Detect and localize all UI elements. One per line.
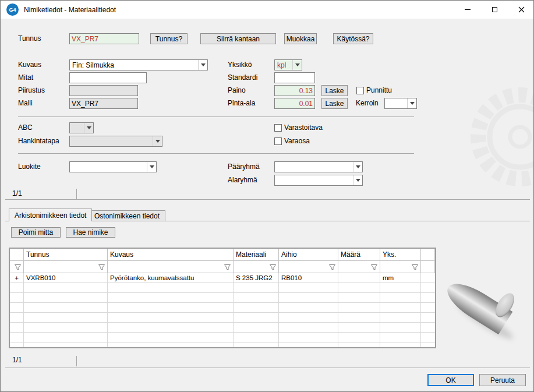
varaosa-label: Varaosa	[284, 136, 310, 147]
mitat-input[interactable]	[69, 72, 147, 83]
poimi-mitta-button[interactable]: Poimi mitta	[11, 227, 61, 238]
chevron-down-icon	[84, 123, 93, 133]
standardi-label: Standardi	[228, 72, 257, 83]
kaytossa-button[interactable]: Käytössä?	[333, 33, 373, 44]
alaryhma-label: Alaryhmä	[228, 175, 257, 186]
grid-col-maara[interactable]: Määrä	[338, 249, 380, 261]
grid-empty-row	[10, 342, 435, 348]
separator	[5, 199, 530, 200]
cell-kuvaus: Pyörötanko, kuumavalssattu	[108, 273, 234, 283]
ok-button[interactable]: OK	[427, 374, 474, 386]
filter-cell[interactable]	[380, 261, 421, 273]
kerroin-combo[interactable]	[384, 98, 417, 109]
grid-col-aihio[interactable]: Aihio	[279, 249, 338, 261]
filter-cell-spare	[421, 261, 435, 273]
varaosa-checkbox[interactable]	[274, 137, 282, 145]
maximize-icon	[492, 7, 497, 12]
chevron-down-icon	[153, 136, 162, 146]
piirustus-input[interactable]	[69, 85, 138, 96]
chevron-down-icon	[353, 175, 362, 185]
gear-watermark-image	[433, 72, 534, 206]
grid-col-expander[interactable]	[10, 249, 24, 261]
grid-col-materiaali[interactable]: Materiaali	[234, 249, 279, 261]
luokite-combo[interactable]	[69, 161, 157, 172]
material-grid: Tunnus Kuvaus Materiaali Aihio Määrä Yks…	[9, 248, 436, 348]
standardi-input[interactable]	[274, 72, 315, 83]
alaryhma-combo[interactable]	[274, 175, 363, 186]
separator	[18, 153, 414, 154]
punnittu-checkbox[interactable]	[356, 87, 364, 94]
window-title: Nimiketiedot - Materiaalitiedot	[24, 1, 116, 19]
mitat-label: Mitat	[18, 72, 33, 83]
kerroin-label: Kerroin	[356, 98, 379, 109]
minimize-icon	[465, 9, 471, 10]
tab-arkistonimikkeen-tiedot[interactable]: Arkistonimikkeen tiedot	[9, 209, 92, 221]
hankintatapa-combo[interactable]	[69, 136, 162, 147]
kuvaus-combo-value: Fin: Silmukka	[70, 61, 198, 69]
filter-cell[interactable]	[338, 261, 380, 273]
grid-row[interactable]: + VXRB010 Pyörötanko, kuumavalssattu S 2…	[10, 273, 435, 283]
kuvaus-label: Kuvaus	[18, 59, 41, 70]
grid-empty-row	[10, 303, 435, 313]
malli-input[interactable]	[69, 98, 138, 109]
luokite-label: Luokite	[18, 161, 41, 172]
filter-cell[interactable]	[279, 261, 338, 273]
filter-cell[interactable]	[234, 261, 279, 273]
cell-aihio: RB010	[279, 273, 338, 283]
paaryhma-combo[interactable]	[274, 161, 363, 172]
filter-cell[interactable]	[10, 261, 24, 273]
app-icon: G4	[6, 3, 19, 16]
filter-cell[interactable]	[24, 261, 108, 273]
kuvaus-combo[interactable]: Fin: Silmukka	[69, 59, 208, 70]
punnittu-label: Punnittu	[366, 85, 392, 96]
row-expander[interactable]: +	[10, 273, 24, 283]
maximize-button[interactable]	[481, 1, 508, 19]
abc-combo[interactable]	[69, 122, 94, 133]
piirustus-label: Piirustus	[18, 85, 45, 96]
paino-label: Paino	[228, 85, 246, 96]
minimize-button[interactable]	[454, 1, 481, 19]
chevron-down-icon	[407, 98, 416, 108]
filter-cell[interactable]	[108, 261, 234, 273]
grid-col-tunnus[interactable]: Tunnus	[24, 249, 108, 261]
chevron-down-icon	[147, 162, 156, 172]
pinta-ala-label: Pinta-ala	[228, 98, 255, 109]
grid-empty-row	[10, 323, 435, 333]
grid-pager: 1/1	[12, 355, 22, 366]
pager-divider	[76, 356, 77, 366]
cell-tunnus: VXRB010	[24, 273, 108, 283]
hankintatapa-label: Hankintatapa	[18, 136, 59, 147]
chevron-down-icon	[292, 60, 302, 70]
tab-ostonimikkeen-tiedot[interactable]: Ostonimikkeen tiedot	[89, 210, 165, 221]
pinta-ala-input[interactable]	[274, 98, 315, 109]
siirra-kantaan-button[interactable]: Siirrä kantaan	[200, 33, 276, 44]
separator	[5, 368, 530, 368]
varastoitava-checkbox[interactable]	[274, 124, 282, 132]
tunnus-input[interactable]	[69, 33, 139, 44]
cell-materiaali: S 235 JRG2	[234, 273, 279, 283]
paino-input[interactable]	[274, 85, 315, 96]
peruuta-button[interactable]: Peruuta	[479, 374, 526, 386]
tunnus-label: Tunnus	[18, 33, 41, 44]
close-button[interactable]	[508, 1, 534, 19]
cell-yks: mm	[380, 273, 421, 283]
chevron-down-icon	[198, 60, 207, 70]
filter-icon	[411, 264, 419, 271]
paaryhma-label: Pääryhmä	[228, 161, 260, 172]
tunnus-query-button[interactable]: Tunnus?	[150, 33, 188, 44]
laske-pinta-ala-button[interactable]: Laske	[321, 98, 348, 109]
muokkaa-button[interactable]: Muokkaa	[284, 33, 317, 44]
part-preview-image	[437, 272, 531, 343]
laske-paino-button[interactable]: Laske	[321, 85, 348, 96]
filter-icon	[224, 264, 231, 271]
abc-label: ABC	[18, 122, 33, 133]
pager-divider	[76, 189, 77, 199]
filter-icon	[269, 264, 277, 271]
close-icon	[518, 6, 525, 13]
grid-col-yks[interactable]: Yks.	[380, 249, 421, 261]
cell-maara	[338, 273, 380, 283]
grid-col-kuvaus[interactable]: Kuvaus	[108, 249, 234, 261]
filter-icon	[98, 264, 105, 271]
yksikko-combo[interactable]: kpl	[274, 59, 302, 70]
hae-nimike-button[interactable]: Hae nimike	[66, 227, 115, 238]
